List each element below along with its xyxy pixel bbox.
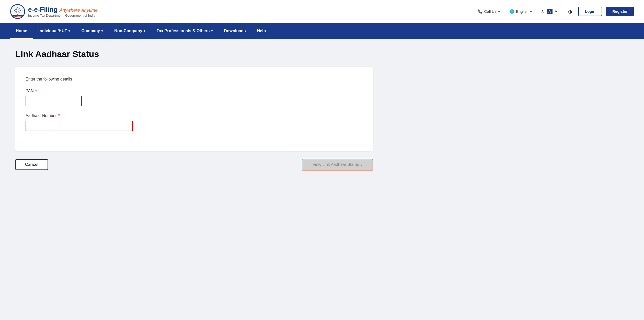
aadhaar-label-text: Aadhaar Number bbox=[26, 113, 57, 118]
logo-anywhere: Anywhere Anytime bbox=[60, 8, 98, 13]
nav-individual-chevron: ▾ bbox=[68, 29, 70, 33]
nav-tax-professionals[interactable]: Tax Professionals & Others ▾ bbox=[151, 23, 218, 39]
font-controls: A ⁻ A A⁺ bbox=[539, 9, 562, 14]
svg-point-1 bbox=[16, 9, 19, 12]
call-us-label: Call Us bbox=[484, 9, 497, 14]
contrast-button[interactable]: ◑ bbox=[566, 8, 574, 15]
form-intro: Enter the following details : bbox=[26, 77, 363, 82]
pan-label-text: PAN bbox=[26, 89, 34, 93]
logo-title: e-e-Filing Anywhere Anytime bbox=[28, 6, 98, 14]
pan-input[interactable] bbox=[26, 96, 82, 106]
nav-individual-label: Individual/HUF bbox=[38, 29, 67, 33]
nav-company[interactable]: Company ▾ bbox=[76, 23, 109, 39]
pan-required-star: * bbox=[35, 89, 37, 93]
language-button[interactable]: 🌐 English ▾ bbox=[507, 8, 535, 15]
login-button[interactable]: Login bbox=[578, 7, 602, 16]
contrast-icon: ◑ bbox=[568, 9, 572, 14]
register-label: Register bbox=[612, 9, 628, 14]
nav-non-company[interactable]: Non-Company ▾ bbox=[109, 23, 151, 39]
pan-label: PAN * bbox=[26, 89, 363, 93]
call-us-chevron: ▾ bbox=[498, 9, 500, 14]
nav-non-company-chevron: ▾ bbox=[144, 29, 145, 33]
emblem-svg: INCOME TAX bbox=[12, 6, 23, 17]
form-card: Enter the following details : PAN * Aadh… bbox=[15, 67, 373, 151]
cancel-button[interactable]: Cancel bbox=[15, 159, 48, 170]
pan-form-group: PAN * bbox=[26, 89, 363, 106]
nav-company-chevron: ▾ bbox=[101, 29, 103, 33]
font-small-label: A bbox=[542, 10, 544, 13]
language-label: English bbox=[516, 9, 528, 14]
action-row: Cancel View Link Aadhaar Status › bbox=[15, 159, 373, 170]
logo-area: INCOME TAX e-e-Filing Anywhere Anytime I… bbox=[10, 4, 98, 19]
aadhaar-required-star: * bbox=[58, 113, 60, 118]
logo-subtitle: Income Tax Department, Government of Ind… bbox=[28, 14, 98, 17]
nav-help[interactable]: Help bbox=[251, 23, 272, 39]
aadhaar-input[interactable] bbox=[26, 121, 133, 131]
view-status-label: View Link Aadhaar Status bbox=[313, 162, 359, 167]
logo-text: e-e-Filing Anywhere Anytime Income Tax D… bbox=[28, 6, 98, 17]
header-controls: 📞 Call Us ▾ 🌐 English ▾ A ⁻ A A⁺ ◑ Login bbox=[475, 7, 634, 16]
register-button[interactable]: Register bbox=[606, 7, 634, 16]
nav-home-label: Home bbox=[16, 29, 27, 33]
nav-tax-professionals-label: Tax Professionals & Others bbox=[157, 29, 210, 33]
nav-individual-huf[interactable]: Individual/HUF ▾ bbox=[33, 23, 76, 39]
main-content: Link Aadhaar Status Enter the following … bbox=[0, 39, 409, 181]
aadhaar-label: Aadhaar Number * bbox=[26, 113, 363, 118]
login-label: Login bbox=[585, 9, 595, 14]
font-increase-button[interactable]: A⁺ bbox=[555, 9, 559, 14]
font-normal-button[interactable]: A bbox=[547, 9, 553, 14]
logo-filing: e-Filing bbox=[34, 6, 57, 13]
nav-company-label: Company bbox=[81, 29, 100, 33]
phone-icon: 📞 bbox=[478, 9, 483, 14]
view-link-aadhaar-status-button[interactable]: View Link Aadhaar Status › bbox=[302, 159, 373, 170]
nav-non-company-label: Non-Company bbox=[114, 29, 142, 33]
aadhaar-form-group: Aadhaar Number * bbox=[26, 113, 363, 131]
site-header: INCOME TAX e-e-Filing Anywhere Anytime I… bbox=[0, 0, 644, 23]
globe-icon: 🌐 bbox=[510, 9, 514, 14]
font-large-label: A⁺ bbox=[555, 9, 559, 14]
call-us-button[interactable]: 📞 Call Us ▾ bbox=[475, 8, 503, 15]
nav-downloads[interactable]: Downloads bbox=[218, 23, 251, 39]
nav-tax-professionals-chevron: ▾ bbox=[211, 29, 213, 33]
main-navbar: Home Individual/HUF ▾ Company ▾ Non-Comp… bbox=[0, 23, 644, 39]
page-title: Link Aadhaar Status bbox=[15, 49, 394, 59]
view-status-chevron: › bbox=[361, 162, 362, 167]
emblem-logo: INCOME TAX bbox=[10, 4, 25, 19]
font-minus-icon: ⁻ bbox=[544, 10, 545, 13]
svg-point-0 bbox=[15, 8, 20, 13]
font-normal-label: A bbox=[548, 9, 551, 14]
cancel-label: Cancel bbox=[25, 162, 38, 167]
nav-home[interactable]: Home bbox=[10, 23, 33, 39]
font-decrease-button[interactable]: A ⁻ bbox=[542, 10, 545, 13]
nav-downloads-label: Downloads bbox=[224, 29, 246, 33]
nav-help-label: Help bbox=[257, 29, 266, 33]
logo-e: e- bbox=[28, 6, 34, 13]
language-chevron: ▾ bbox=[530, 9, 532, 14]
svg-text:INCOME TAX: INCOME TAX bbox=[14, 16, 22, 17]
